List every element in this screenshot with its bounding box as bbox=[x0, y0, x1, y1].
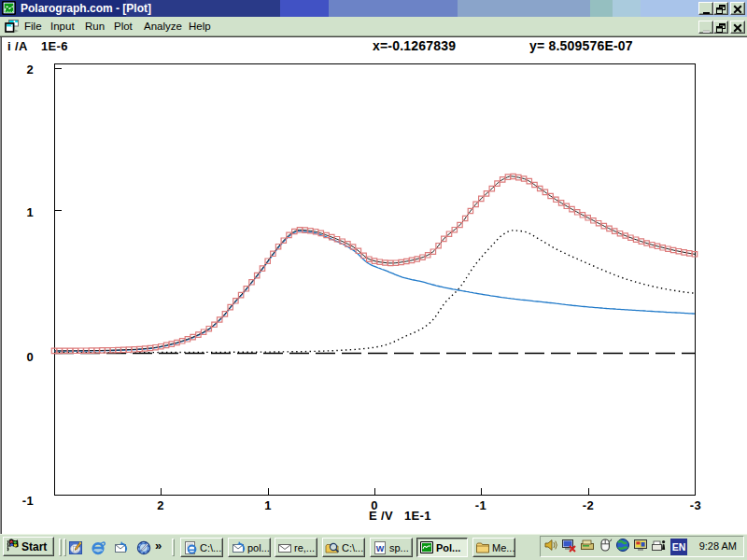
svg-text:-3: -3 bbox=[690, 498, 701, 512]
svg-text:1E-6: 1E-6 bbox=[41, 39, 68, 53]
svg-text:-1: -1 bbox=[22, 494, 34, 508]
svg-text:W: W bbox=[376, 543, 385, 553]
svg-text:2: 2 bbox=[157, 498, 164, 512]
svg-text:1: 1 bbox=[26, 205, 34, 219]
svg-text:-1: -1 bbox=[475, 498, 486, 512]
svg-text:-2: -2 bbox=[583, 498, 594, 512]
svg-text:y= 8.509576E-07: y= 8.509576E-07 bbox=[529, 38, 633, 53]
svg-text:1: 1 bbox=[264, 498, 272, 512]
svg-text:0: 0 bbox=[26, 350, 34, 364]
svg-text:1E-1: 1E-1 bbox=[404, 509, 431, 523]
svg-text:x=-0.1267839: x=-0.1267839 bbox=[373, 38, 456, 53]
svg-text:E /V: E /V bbox=[369, 509, 393, 523]
svg-text:2: 2 bbox=[26, 63, 34, 77]
svg-text:i /A: i /A bbox=[7, 39, 28, 53]
